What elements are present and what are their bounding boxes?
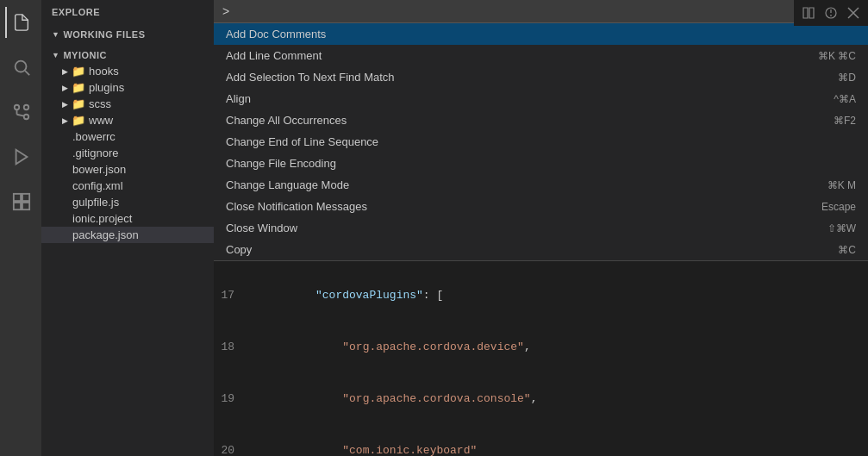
activity-bar: [0, 0, 41, 456]
editor-titlebar-icons: [794, 0, 868, 26]
dropdown-item-7-shortcut: ⌘K M: [827, 179, 856, 191]
folder-scss[interactable]: ▶ 📁 scss: [41, 96, 214, 112]
dropdown-item-2[interactable]: Add Selection To Next Find Match ⌘D: [214, 66, 868, 88]
file-bower-json[interactable]: bower.json: [41, 161, 214, 178]
myionic-label: MYIONIC: [63, 50, 107, 60]
dropdown-item-1-label: Add Line Comment: [226, 49, 322, 62]
working-files-section: ▼ WORKING FILES: [41, 24, 214, 45]
code-line-19: 19 "org.apache.cordova.console",: [214, 373, 868, 425]
dropdown-item-1-shortcut: ⌘K ⌘C: [818, 50, 856, 62]
dropdown-item-3[interactable]: Align ^⌘A: [214, 88, 868, 109]
svg-line-1: [25, 71, 29, 75]
myionic-arrow: ▼: [52, 51, 59, 59]
folder-www-arrow: ▶: [62, 116, 68, 125]
code-line-17: 17 "cordovaPlugins": [: [214, 270, 868, 322]
dropdown-item-9-shortcut: ⇧⌘W: [827, 222, 856, 234]
dropdown-item-1[interactable]: Add Line Comment ⌘K ⌘C: [214, 45, 868, 66]
folder-scss-icon: 📁: [72, 97, 85, 110]
svg-point-2: [15, 105, 20, 110]
dropdown-item-8-shortcut: Escape: [821, 201, 856, 213]
file-gitignore-label: .gitignore: [72, 147, 118, 159]
svg-rect-8: [14, 194, 21, 201]
explorer-icon[interactable]: [5, 7, 36, 38]
file-config-xml-label: config.xml: [72, 179, 123, 192]
line-number-18: 18: [214, 339, 248, 356]
file-gulpfile-label: gulpfile.js: [72, 196, 119, 209]
dropdown-item-9[interactable]: Close Window ⇧⌘W: [214, 217, 868, 239]
line-code-18: "org.apache.cordova.device",: [248, 322, 868, 373]
editor-area: Add Doc Comments Add Line Comment ⌘K ⌘C …: [214, 0, 868, 456]
working-files-header[interactable]: ▼ WORKING FILES: [41, 27, 214, 42]
folder-www[interactable]: ▶ 📁 www: [41, 112, 214, 128]
dropdown-item-10[interactable]: Copy ⌘C: [214, 239, 868, 260]
file-gitignore[interactable]: .gitignore: [41, 145, 214, 161]
svg-point-4: [24, 105, 29, 110]
file-package-json[interactable]: package.json: [41, 227, 214, 243]
extensions-icon[interactable]: [5, 186, 36, 217]
dropdown-item-8[interactable]: Close Notification Messages Escape: [214, 196, 868, 217]
folder-www-icon: 📁: [72, 114, 85, 127]
dropdown-item-10-label: Copy: [226, 243, 252, 256]
debug-icon[interactable]: [5, 141, 36, 172]
close-editor-icon[interactable]: [844, 3, 863, 22]
dropdown-item-6-label: Change File Encoding: [226, 157, 336, 170]
folder-plugins-label: plugins: [89, 81, 124, 94]
file-bowerrc[interactable]: .bowerrc: [41, 128, 214, 145]
folder-hooks-icon: 📁: [72, 65, 85, 78]
folder-hooks-arrow: ▶: [62, 67, 68, 76]
folder-www-label: www: [89, 114, 113, 127]
svg-line-6: [17, 115, 25, 116]
sidebar: EXPLORE ▼ WORKING FILES ▼ MYIONIC ▶ 📁 ho…: [41, 0, 214, 456]
source-control-icon[interactable]: [5, 97, 36, 128]
dropdown-item-6[interactable]: Change File Encoding: [214, 153, 868, 174]
open-changes-icon[interactable]: [821, 3, 840, 22]
folder-scss-arrow: ▶: [62, 100, 68, 109]
file-gulpfile[interactable]: gulpfile.js: [41, 194, 214, 210]
dropdown-item-3-shortcut: ^⌘A: [834, 93, 856, 105]
search-icon[interactable]: [5, 52, 36, 83]
svg-rect-11: [22, 203, 29, 209]
line-number-20: 20: [214, 442, 248, 456]
dropdown-item-4[interactable]: Change All Occurrences ⌘F2: [214, 109, 868, 131]
command-input[interactable]: [222, 4, 859, 18]
code-line-18: 18 "org.apache.cordova.device",: [214, 322, 868, 373]
dropdown-item-0[interactable]: Add Doc Comments: [214, 23, 868, 45]
svg-point-3: [24, 115, 29, 120]
file-bowerrc-label: .bowerrc: [72, 130, 116, 143]
file-ionic-project[interactable]: ionic.project: [41, 210, 214, 227]
dropdown-item-4-label: Change All Occurrences: [226, 114, 347, 127]
command-input-row[interactable]: [214, 0, 868, 23]
dropdown-item-10-shortcut: ⌘C: [838, 244, 856, 256]
dropdown-item-2-shortcut: ⌘D: [838, 72, 856, 84]
dropdown-item-3-label: Align: [226, 92, 251, 105]
line-code-20: "com.ionic.keyboard": [248, 425, 868, 456]
folder-hooks-label: hooks: [89, 65, 119, 78]
dropdown-item-7-label: Change Language Mode: [226, 178, 349, 191]
dropdown-item-9-label: Close Window: [226, 222, 297, 234]
file-ionic-project-label: ionic.project: [72, 212, 132, 225]
dropdown-item-2-label: Add Selection To Next Find Match: [226, 71, 395, 84]
split-editor-icon[interactable]: [799, 3, 818, 22]
folder-hooks[interactable]: ▶ 📁 hooks: [41, 63, 214, 79]
dropdown-item-5[interactable]: Change End of Line Sequence: [214, 131, 868, 153]
line-code-17: "cordovaPlugins": [: [248, 270, 868, 322]
working-files-label: WORKING FILES: [63, 29, 145, 40]
folder-plugins[interactable]: ▶ 📁 plugins: [41, 79, 214, 96]
dropdown-item-8-label: Close Notification Messages: [226, 200, 367, 213]
file-config-xml[interactable]: config.xml: [41, 178, 214, 194]
svg-point-0: [16, 61, 27, 72]
folder-plugins-icon: 📁: [72, 81, 85, 94]
file-bower-json-label: bower.json: [72, 163, 126, 176]
line-number-17: 17: [214, 287, 248, 304]
line-code-19: "org.apache.cordova.console",: [248, 373, 868, 425]
myionic-section: ▼ MYIONIC ▶ 📁 hooks ▶ 📁 plugins ▶ 📁 scss…: [41, 45, 214, 246]
svg-rect-10: [14, 203, 21, 209]
myionic-header[interactable]: ▼ MYIONIC: [41, 47, 214, 63]
file-package-json-label: package.json: [72, 228, 139, 241]
line-number-19: 19: [214, 390, 248, 408]
folder-plugins-arrow: ▶: [62, 84, 68, 92]
dropdown-item-7[interactable]: Change Language Mode ⌘K M: [214, 174, 868, 196]
svg-rect-9: [22, 194, 29, 201]
folder-scss-label: scss: [89, 97, 111, 110]
sidebar-header: EXPLORE: [41, 0, 214, 24]
